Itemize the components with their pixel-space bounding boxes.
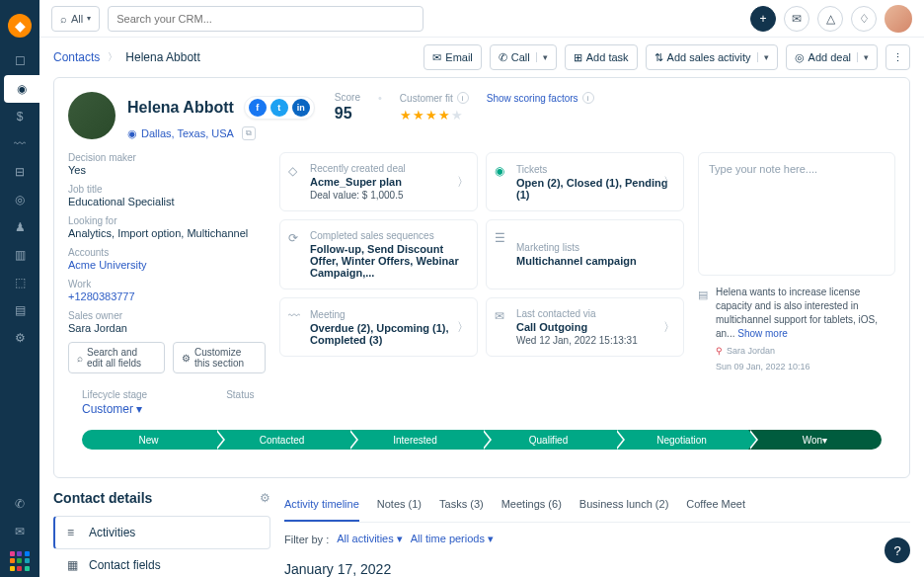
task-icon: ⊞: [574, 51, 582, 64]
sequences-card[interactable]: ⟳ Completed sales sequences Follow-up, S…: [279, 219, 478, 289]
notifications-bell-icon[interactable]: ♢: [851, 6, 877, 32]
search-scope-dropdown[interactable]: ⌕ All ▾: [51, 6, 100, 32]
nav-goals-icon[interactable]: ◎: [0, 186, 39, 213]
show-more-link[interactable]: Show more: [737, 328, 788, 339]
add-task-button[interactable]: ⊞Add task: [565, 44, 638, 70]
sales-owner-value: Sara Jordan: [68, 322, 266, 334]
stage-negotiation[interactable]: Negotiation: [615, 430, 748, 450]
brand-logo[interactable]: ◆: [8, 14, 32, 38]
nav-products-icon[interactable]: ⬚: [0, 269, 39, 296]
fields-icon: ▦: [67, 558, 81, 572]
stage-won[interactable]: Won ▾: [748, 430, 882, 450]
facebook-icon[interactable]: f: [249, 99, 267, 117]
add-new-button[interactable]: +: [750, 6, 776, 32]
nav-phone-icon[interactable]: ✆: [0, 490, 39, 518]
tab-notes[interactable]: Notes (1): [377, 488, 422, 522]
customer-fit-label: Customer fit: [400, 93, 453, 104]
nav-chat-icon[interactable]: ✉: [0, 518, 39, 545]
note-input[interactable]: Type your note here....: [698, 152, 895, 276]
nav-deals-icon[interactable]: $: [0, 103, 39, 130]
chat-icon: ✉: [495, 309, 504, 323]
show-scoring-factors-link[interactable]: Show scoring factors: [487, 93, 578, 104]
sidebar-item-activities[interactable]: ≡Activities: [53, 516, 270, 549]
search-input[interactable]: [108, 6, 424, 32]
add-deal-button[interactable]: ◎Add deal▾: [786, 44, 878, 70]
chevron-down-icon: ▾: [87, 14, 91, 23]
location-pin-icon: ◉: [127, 127, 137, 140]
chevron-right-icon: 〉: [457, 319, 469, 336]
info-icon[interactable]: i: [582, 92, 594, 104]
nav-conversations-icon[interactable]: ⊟: [0, 158, 39, 186]
user-avatar[interactable]: [885, 5, 912, 33]
add-sales-activity-button[interactable]: ⇅Add sales activity▾: [646, 44, 778, 70]
tab-activity-timeline[interactable]: Activity timeline: [284, 488, 359, 522]
breadcrumb-current: Helena Abbott: [125, 50, 199, 64]
gear-icon[interactable]: ⚙: [260, 491, 270, 505]
nav-settings-icon[interactable]: ⚙: [0, 324, 39, 352]
note-author: Sara Jordan: [727, 345, 775, 358]
filter-activities-dropdown[interactable]: All activities ▾: [337, 533, 403, 545]
stage-new[interactable]: New: [82, 430, 215, 450]
twitter-icon[interactable]: t: [270, 99, 288, 117]
breadcrumb-root[interactable]: Contacts: [53, 50, 100, 64]
lifecycle-stage-label: Lifecycle stage: [82, 389, 147, 400]
nav-calendar-icon[interactable]: ☐: [0, 47, 39, 75]
timeline-date-header: January 17, 2022: [284, 561, 910, 577]
more-actions-button[interactable]: ⋮: [886, 44, 910, 70]
gear-icon: ⚙: [182, 353, 191, 364]
note-date: Sun 09 Jan, 2022 10:16: [716, 361, 810, 373]
contact-location: Dallas, Texas, USA: [141, 127, 234, 139]
linkedin-icon[interactable]: in: [292, 99, 310, 117]
stage-qualified[interactable]: Qualified: [482, 430, 615, 450]
stage-interested[interactable]: Interested: [348, 430, 482, 450]
contact-details-title: Contact details: [53, 490, 152, 506]
contact-name: Helena Abbott: [127, 99, 234, 117]
tickets-card[interactable]: ◉ Tickets Open (2), Closed (1), Pending …: [486, 152, 684, 211]
tab-business-lunch[interactable]: Business lunch (2): [579, 488, 669, 522]
nav-reports-icon[interactable]: 〰: [0, 130, 39, 158]
work-phone-link[interactable]: +1280383777: [68, 290, 266, 302]
inbox-icon[interactable]: ✉: [784, 6, 809, 32]
activities-icon: ≡: [67, 526, 81, 539]
lifecycle-stage-dropdown[interactable]: Customer ▾: [82, 402, 147, 416]
user-icon: ⚲: [716, 345, 723, 358]
tab-coffee-meet[interactable]: Coffee Meet: [686, 488, 745, 522]
chevron-right-icon: 〉: [457, 174, 469, 191]
tab-meetings[interactable]: Meetings (6): [501, 488, 562, 522]
note-icon: ▤: [698, 288, 708, 302]
search-icon: ⌕: [60, 13, 67, 25]
nav-documents-icon[interactable]: ▤: [0, 296, 39, 324]
search-edit-fields-button[interactable]: ⌕Search and edit all fields: [68, 342, 165, 373]
decision-maker-value: Yes: [68, 164, 266, 176]
info-icon[interactable]: i: [457, 92, 469, 104]
nav-apps-icon[interactable]: [10, 551, 30, 571]
sidebar-item-contact-fields[interactable]: ▦Contact fields: [53, 549, 270, 577]
chevron-right-icon: 〉: [663, 319, 675, 336]
looking-for-value: Analytics, Import option, Multichannel: [68, 227, 266, 239]
email-button[interactable]: ✉Email: [424, 44, 482, 70]
meetings-card[interactable]: 〰 Meeting Overdue (2), Upcoming (1), Com…: [279, 297, 478, 357]
activity-icon: ⇅: [654, 51, 663, 64]
search-icon: ⌕: [77, 353, 83, 364]
customize-section-button[interactable]: ⚙Customize this section: [173, 342, 266, 373]
filter-by-label: Filter by :: [284, 534, 329, 545]
nav-contacts-icon[interactable]: ◉: [4, 75, 39, 103]
copy-icon[interactable]: ⧉: [242, 126, 256, 140]
call-button[interactable]: ✆Call▾: [490, 44, 557, 70]
marketing-lists-card[interactable]: ☰ Marketing lists Multichannel campaign: [486, 219, 684, 289]
nav-bot-icon[interactable]: ♟: [0, 213, 39, 241]
ticket-icon: ◉: [495, 164, 504, 178]
score-label: Score: [335, 92, 360, 103]
filter-time-dropdown[interactable]: All time periods ▾: [411, 533, 494, 545]
notifications-lock-icon[interactable]: △: [817, 6, 843, 32]
accounts-link[interactable]: Acme University: [68, 259, 266, 271]
search-scope-label: All: [71, 13, 83, 25]
recent-deal-card[interactable]: ◇ Recently created deal Acme_Super plan …: [279, 152, 478, 211]
nav-analytics-icon[interactable]: ▥: [0, 241, 39, 269]
last-contacted-card[interactable]: ✉ Last contacted via Call Outgoing Wed 1…: [486, 297, 684, 357]
tab-tasks[interactable]: Tasks (3): [439, 488, 484, 522]
help-button[interactable]: ?: [885, 537, 910, 563]
job-title-value: Educational Specialist: [68, 196, 266, 207]
stage-contacted[interactable]: Contacted: [215, 430, 348, 450]
chevron-right-icon: 〉: [663, 174, 675, 191]
